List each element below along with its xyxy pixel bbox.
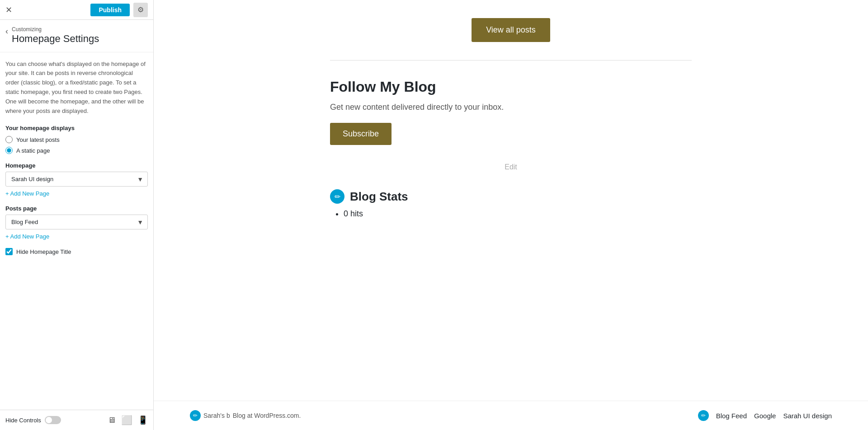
footer-link-google[interactable]: Google	[754, 412, 776, 420]
edit-label[interactable]: Edit	[330, 163, 692, 171]
homepage-select[interactable]: Sarah UI design Sample Page	[5, 172, 148, 187]
subscribe-button[interactable]: Subscribe	[330, 123, 392, 145]
footer-pencil-icon-left: ✏	[190, 410, 201, 421]
preview-footer: ✏ Sarah's b Blog at WordPress.com. ✏ Blo…	[154, 401, 868, 430]
footer-left-text: Sarah's b	[203, 412, 230, 419]
blog-stats-header: ✏ Blog Stats	[330, 189, 692, 204]
tablet-icon[interactable]: ⬜	[121, 415, 132, 425]
close-icon[interactable]: ✕	[5, 6, 12, 14]
breadcrumb-text: Customizing Homepage Settings	[12, 26, 99, 46]
hide-homepage-title-checkbox[interactable]	[5, 248, 13, 255]
footer-link-blog-feed[interactable]: Blog Feed	[716, 412, 747, 420]
homepage-field-label: Homepage	[5, 162, 148, 169]
publish-button[interactable]: Publish	[90, 4, 130, 16]
gear-button[interactable]: ⚙	[133, 3, 148, 17]
footer-pencil-icon-right: ✏	[698, 410, 709, 421]
top-bar: ✕ Publish ⚙	[0, 0, 153, 20]
follow-title: Follow My Blog	[330, 79, 692, 95]
left-panel: ✕ Publish ⚙ ‹ Customizing Homepage Setti…	[0, 0, 154, 430]
posts-page-select-wrapper: Blog Feed Sample Page ▼	[5, 215, 148, 229]
footer-right: ✏ Blog Feed Google Sarah UI design	[698, 410, 832, 421]
footer-left-subtext: Blog at WordPress.com.	[233, 412, 301, 419]
radio-latest-posts-input[interactable]	[5, 136, 13, 143]
follow-section: Follow My Blog Get new content delivered…	[330, 79, 692, 145]
posts-page-field-group: Posts page Blog Feed Sample Page ▼ + Add…	[5, 205, 148, 240]
blog-stats-section: ✏ Blog Stats 0 hits	[330, 189, 692, 219]
back-arrow-icon[interactable]: ‹	[5, 27, 8, 35]
hide-controls-text: Hide Controls	[5, 417, 41, 424]
follow-desc: Get new content delivered directly to yo…	[330, 103, 692, 112]
blog-stats-list: 0 hits	[330, 209, 692, 219]
preview-divider	[330, 60, 692, 61]
add-new-page-link-2[interactable]: + Add New Page	[5, 233, 49, 240]
footer-link-sarah-ui[interactable]: Sarah UI design	[783, 412, 832, 420]
hide-homepage-title-option[interactable]: Hide Homepage Title	[5, 248, 148, 255]
radio-latest-posts[interactable]: Your latest posts	[5, 136, 148, 143]
desktop-icon[interactable]: 🖥	[108, 416, 116, 425]
panel-content: You can choose what's displayed on the h…	[0, 52, 153, 410]
device-icons: 🖥 ⬜ 📱	[108, 415, 148, 425]
right-panel: View all posts Follow My Blog Get new co…	[154, 0, 868, 430]
radio-latest-posts-label: Your latest posts	[16, 136, 60, 143]
footer-left: ✏ Sarah's b Blog at WordPress.com.	[190, 410, 301, 421]
description-text: You can choose what's displayed on the h…	[5, 60, 148, 116]
posts-page-field-label: Posts page	[5, 205, 148, 212]
bottom-bar: Hide Controls 🖥 ⬜ 📱	[0, 410, 153, 430]
hide-homepage-title-label: Hide Homepage Title	[16, 248, 71, 255]
breadcrumb-area: ‹ Customizing Homepage Settings	[0, 20, 153, 52]
hide-controls-toggle[interactable]	[45, 416, 61, 424]
add-new-page-link-1[interactable]: + Add New Page	[5, 190, 49, 197]
blog-stats-item: 0 hits	[344, 209, 692, 219]
radio-static-page-label: A static page	[16, 147, 50, 154]
mobile-icon[interactable]: 📱	[138, 415, 148, 425]
view-all-posts-button[interactable]: View all posts	[472, 18, 550, 42]
customizing-label: Customizing	[12, 26, 99, 33]
homepage-displays-label: Your homepage displays	[5, 125, 148, 131]
preview-content: View all posts Follow My Blog Get new co…	[294, 0, 728, 300]
radio-static-page-input[interactable]	[5, 147, 13, 154]
posts-page-select[interactable]: Blog Feed Sample Page	[5, 215, 148, 229]
page-title: Homepage Settings	[12, 33, 99, 46]
blog-stats-title: Blog Stats	[350, 190, 408, 204]
blog-stats-icon: ✏	[330, 189, 344, 204]
homepage-field-group: Homepage Sarah UI design Sample Page ▼ +…	[5, 162, 148, 197]
radio-static-page[interactable]: A static page	[5, 147, 148, 154]
homepage-select-wrapper: Sarah UI design Sample Page ▼	[5, 172, 148, 187]
hide-controls-toggle-area: Hide Controls	[5, 416, 61, 424]
